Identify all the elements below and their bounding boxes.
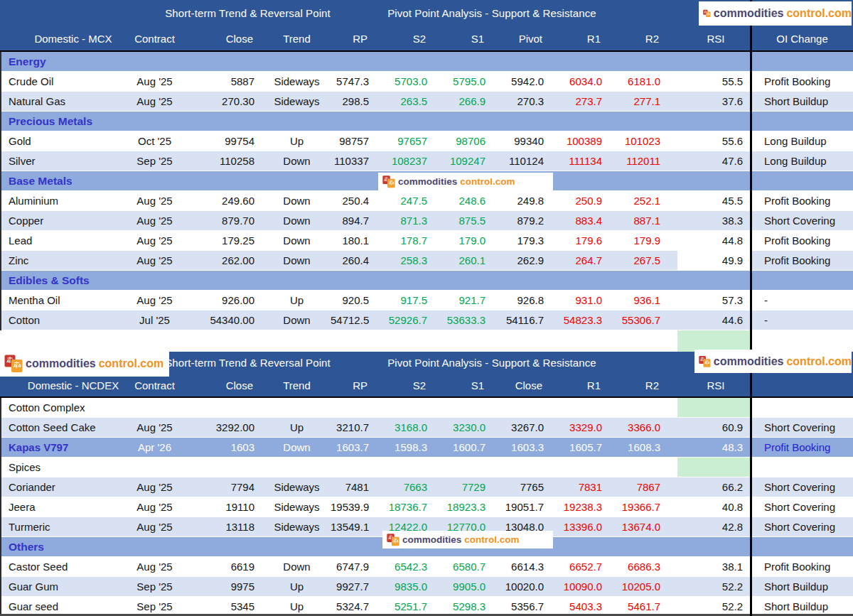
cell-rp: 5747.3 (331, 72, 375, 91)
cell-trend: Up (263, 131, 331, 151)
cell-close: 926.00 (188, 291, 263, 310)
cell-rsi: 52.2 (666, 597, 751, 616)
cell-trend: Up (263, 577, 331, 596)
cell-oi-change: Short Covering (751, 418, 853, 437)
col-header-r2: R2 (608, 27, 666, 50)
cell-oi-change: Profit Booking (751, 72, 853, 91)
cell-rp: 19539.9 (331, 497, 375, 517)
cell-pivot: 262.9 (491, 251, 549, 270)
cell-r1: 6652.7 (549, 557, 608, 576)
cell-s2: 247.5 (375, 191, 433, 210)
cell-trend: Down (263, 310, 331, 330)
cell-r1: 5403.3 (549, 597, 608, 616)
cell-s2: 178.7 (375, 231, 433, 250)
cell-commodity: Crude Oil (0, 72, 121, 91)
cell-contract: Apr '26 (121, 438, 188, 457)
col-header-rsi: RSI (666, 374, 751, 396)
cell-close: 7794 (188, 477, 263, 497)
cell-trend: Down (263, 251, 331, 270)
cell-oi-change: Short Covering (751, 497, 853, 517)
cell-commodity: Kapas V797 (0, 438, 121, 457)
cell-rp: 250.4 (331, 191, 375, 210)
cell-close: 13118 (188, 517, 263, 536)
cell-s2: 108237 (375, 151, 433, 171)
table-row-natural-gas: Natural GasAug '25270.30Sideways298.5263… (0, 92, 853, 112)
cell-r1: 273.7 (549, 92, 608, 111)
cell-s1: 109247 (433, 151, 491, 171)
cell-pivot: 10020.0 (491, 577, 549, 596)
cell-rsi: 60.9 (666, 418, 751, 437)
table-left-border (0, 398, 1, 614)
cell-oi-change (751, 171, 853, 190)
cell-rsi (666, 330, 751, 352)
col-header-contract: Contract (121, 27, 188, 50)
cell-rsi (666, 458, 751, 477)
cell-rp: 5324.7 (331, 597, 375, 616)
col-header-r1: R1 (549, 374, 608, 396)
cell-s2: 7663 (375, 477, 433, 497)
cell-s1: 9905.0 (433, 577, 491, 596)
cell-r1: 7831 (549, 477, 608, 497)
section-label: Base Metals (0, 171, 666, 190)
cell-s1: 260.1 (433, 251, 491, 270)
cell-oi-change: Short Buildup (751, 92, 853, 111)
table-row-lead: LeadAug '25179.25Down180.1178.7179.0179.… (0, 231, 853, 251)
cell-contract: Aug '25 (121, 477, 188, 497)
cell-commodity: Coriander (0, 477, 121, 497)
cell-s1: 179.0 (433, 231, 491, 250)
cell-oi-change: - (751, 291, 853, 310)
cell-oi-change (751, 271, 853, 290)
cell-pivot: 6614.3 (491, 557, 549, 576)
table-row-guar-gum: Guar GumSep '259975Up9927.79835.09905.01… (0, 577, 853, 597)
cell-r1: 111134 (549, 151, 608, 171)
cell-contract: Sep '25 (121, 151, 188, 171)
cell-s1: 5795.0 (433, 72, 491, 91)
section-row-spices: Spices (0, 458, 853, 477)
cell-close: 1603 (188, 438, 263, 457)
cell-close: 249.60 (188, 191, 263, 210)
cell-oi-change: Short Covering (751, 477, 853, 497)
cell-r2: 13674.0 (608, 517, 666, 536)
cell-s1: 1600.7 (433, 438, 491, 457)
section-row-precious-metals: Precious Metals (0, 112, 853, 131)
cell-commodity: Cotton Seed Cake (0, 418, 121, 437)
cell-s2: 917.5 (375, 291, 433, 310)
cell-r1: 10090.0 (549, 577, 608, 596)
cell-s2: 5703.0 (375, 72, 433, 91)
section-row-energy: Energy (0, 52, 853, 72)
commodities-report-page: Short-term Trend & Reversal Point Pivot … (0, 0, 853, 616)
commoditiescontrol-watermark: commoditiescontrol.com (382, 531, 553, 549)
cell-trend: Up (263, 291, 331, 310)
cell-trend: Sideways (263, 92, 331, 111)
cell-trend: Down (263, 231, 331, 250)
cell-rp: 920.5 (331, 291, 375, 310)
logo-text-commodities: commodities (398, 176, 457, 187)
cell-rp: 9927.7 (331, 577, 375, 596)
cell-commodity: Cotton (0, 310, 121, 330)
cell-contract: Oct '25 (121, 131, 188, 151)
cell-trend: Sideways (263, 517, 331, 536)
cell-s2: 9835.0 (375, 577, 433, 596)
pivot-section-title: Pivot Point Analysis - Support & Resista… (375, 357, 609, 369)
cell-pivot: 19051.7 (491, 497, 549, 517)
cell-s1: 18923.3 (433, 497, 491, 517)
cell-contract: Sep '25 (121, 577, 188, 596)
cell-rp: 6747.9 (331, 557, 375, 576)
col-header-oi-change: OI Change (751, 27, 853, 50)
cell-commodity: Gold (0, 131, 121, 151)
cell-commodity: Guar seed (0, 597, 121, 616)
cell-oi-change (751, 458, 853, 477)
cell-contract: Aug '25 (121, 497, 188, 517)
cell-commodity: Turmeric (0, 517, 121, 536)
table-row-cotton: CottonJul '2554340.00Down54712.552926.75… (0, 310, 853, 330)
commoditiescontrol-watermark: commoditiescontrol.com (694, 350, 852, 373)
cell-contract: Aug '25 (121, 251, 188, 270)
pivot-section-title: Pivot Point Analysis - Support & Resista… (375, 7, 609, 19)
section-label: Precious Metals (0, 112, 666, 131)
scales-icon (387, 534, 399, 546)
cell-commodity: Lead (0, 231, 121, 250)
col-header-trend: Trend (263, 374, 331, 396)
cell-contract: Aug '25 (121, 418, 188, 437)
table-row-gold: GoldOct '2599754Up9875797657987069934010… (0, 131, 853, 151)
section-label: Spices (0, 458, 666, 477)
